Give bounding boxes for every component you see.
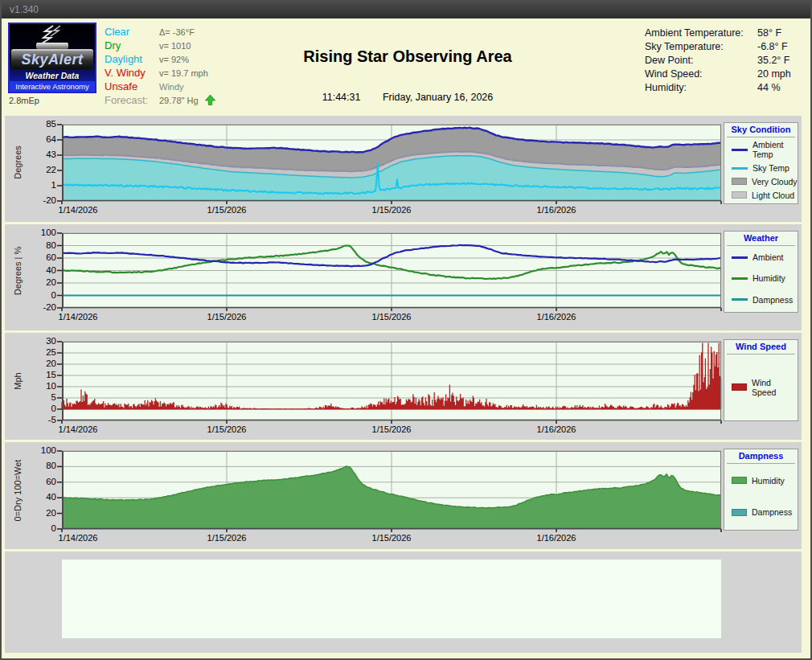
notes-box (62, 560, 721, 638)
version-label: v1.340 (10, 4, 39, 15)
legend-label: Humidity (753, 273, 785, 283)
y-tick-label: 40 (23, 492, 56, 502)
y-tick-label: 80 (23, 240, 56, 250)
x-axis-date-label: 1/14/2026 (44, 533, 112, 543)
footer-panel (5, 551, 802, 653)
lightning-icon (34, 25, 69, 44)
legend-item: Ambient Temp (732, 140, 798, 159)
legend-items: AmbientHumidityDampness (724, 247, 798, 310)
status-label: Dry (105, 39, 159, 51)
legend-item: Dampness (732, 507, 798, 517)
y-tick-label: 0 (23, 523, 56, 533)
legend-swatch-box (732, 178, 747, 185)
legend-label: Dampness (753, 295, 793, 305)
x-axis-date-label: 1/15/2026 (358, 205, 425, 215)
legend-item: Sky Temp (732, 163, 798, 173)
y-tick-label: 60 (23, 477, 56, 486)
y-tick-label: 85 (23, 119, 56, 129)
legend-swatch-line (732, 277, 748, 280)
legend-swatch-line (732, 256, 748, 259)
legend-item: Humidity (732, 273, 798, 283)
reading-value: 20 mph (757, 68, 791, 80)
x-axis-date-label: 1/15/2026 (193, 424, 260, 434)
skyalert-logo: SkyAlert Weather Data System Interactive… (8, 23, 96, 93)
status-list: ClearΔ= -36°FDryv= 1010Daylightv= 92%V. … (105, 25, 215, 107)
x-axis-date-label: 1/15/2026 (358, 424, 425, 434)
legend-title: Wind Speed (727, 342, 795, 355)
status-row: Dryv= 1010 (105, 39, 215, 52)
legend-item: Ambient (732, 252, 798, 262)
legend-label: Ambient (753, 252, 784, 262)
legend-label: Wind Speed (752, 378, 798, 397)
status-row: Daylightv= 92% (105, 52, 215, 66)
chart-panel-sky-condition: Degrees 856443221-20 1/14/20261/15/20261… (5, 116, 802, 222)
legend-label: Humidity (752, 476, 785, 486)
reading-row: Sky Temperature:-6.8° F (645, 39, 791, 53)
legend-items: Wind Speed (724, 355, 798, 419)
reading-label: Sky Temperature: (645, 41, 757, 52)
datetime-row: 11:44:31 Friday, January 16, 2026 (207, 92, 609, 103)
x-axis-date-label: 1/15/2026 (193, 312, 260, 322)
legend-label: Light Cloud (752, 191, 794, 200)
legend-item: Very Cloudy (732, 177, 798, 187)
reading-label: Wind Speed: (645, 68, 757, 80)
reading-row: Ambient Temperature:58° F (645, 26, 791, 39)
y-tick-label: -5 (23, 415, 56, 424)
chart-panel-weather: Degrees | % 100806040200-20 1/14/20261/1… (5, 224, 802, 330)
y-tick-label: 30 (23, 336, 56, 346)
y-axis-title: Degrees (13, 146, 23, 179)
legend-swatch-line (732, 298, 748, 301)
status-row: V. Windyv= 19.7 mph (105, 66, 215, 80)
plot-area (62, 233, 721, 308)
title-bar[interactable]: v1.340 (2, 2, 810, 18)
y-axis-title: Mph (13, 372, 23, 389)
legend-swatch-box (732, 477, 747, 484)
readings-list: Ambient Temperature:58° FSky Temperature… (645, 26, 791, 94)
y-tick-label: 20 (23, 359, 56, 368)
plot-area (62, 451, 721, 529)
plot-area (62, 342, 721, 420)
legend-item: Wind Speed (732, 378, 798, 397)
reading-row: Wind Speed:20 mph (645, 67, 791, 80)
y-tick-label: 40 (23, 265, 56, 275)
y-tick-label: 80 (23, 461, 56, 470)
status-value: v= 1010 (159, 41, 191, 51)
plot-area (62, 125, 721, 201)
x-axis-date-label: 1/15/2026 (193, 205, 260, 215)
status-value: Δ= -36°F (159, 27, 195, 37)
status-row: Forecast:29.78" Hg (105, 93, 215, 107)
y-tick-label: 5 (23, 392, 56, 402)
reading-row: Dew Point:35.2° F (645, 53, 791, 67)
y-axis-title: 0=Dry 100=Wet (13, 460, 23, 522)
y-tick-label: 0 (23, 290, 56, 300)
x-axis-date-label: 1/14/2026 (44, 205, 112, 215)
x-axis-date-label: 1/14/2026 (44, 312, 112, 322)
y-tick-label: 10 (23, 381, 56, 391)
y-tick-label: 15 (23, 370, 56, 379)
legend-items: HumidityDampness (724, 465, 798, 528)
reading-value: 35.2° F (757, 55, 789, 66)
date: Friday, January 16, 2026 (383, 92, 493, 103)
y-tick-label: 43 (23, 150, 56, 159)
legend-item: Humidity (732, 476, 798, 486)
reading-value: -6.8° F (757, 41, 788, 52)
y-tick-label: 22 (23, 165, 56, 174)
legend-swatch-box (732, 191, 747, 199)
status-value: v= 19.7 mph (159, 68, 208, 78)
y-tick-label: 100 (23, 445, 56, 455)
x-axis-date-label: 1/16/2026 (523, 312, 590, 322)
clock: 11:44:31 (322, 92, 361, 103)
x-axis-date-label: 1/15/2026 (193, 533, 260, 543)
legend: Weather AmbientHumidityDampness (724, 231, 798, 313)
logo-banner: Interactive Astronomy (10, 81, 95, 92)
sensor-icon (36, 43, 68, 49)
status-label: Unsafe (105, 80, 159, 92)
legend-title: Dampness (727, 451, 795, 464)
legend-swatch-box (732, 383, 747, 391)
status-row: ClearΔ= -36°F (105, 25, 215, 39)
legend-label: Sky Temp (753, 163, 789, 173)
status-row: UnsafeWindy (105, 80, 215, 93)
status-label: V. Windy (105, 67, 159, 79)
y-tick-label: 0 (23, 404, 56, 413)
status-value: 29.78" Hg (159, 96, 199, 105)
